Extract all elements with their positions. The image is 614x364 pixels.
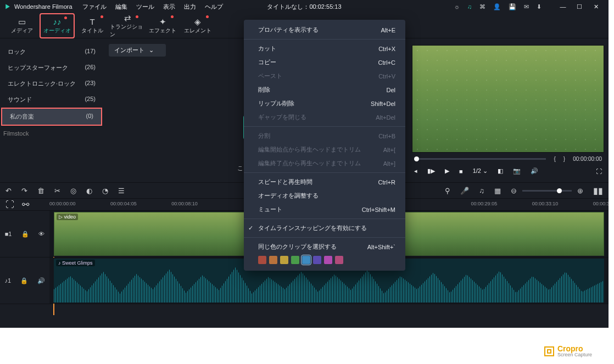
mail-icon[interactable]: ✉ bbox=[524, 3, 529, 10]
clip-label: ▷ video bbox=[57, 214, 78, 220]
brace-left: { bbox=[554, 156, 555, 162]
cat-hipster[interactable]: ヒップスターフォーク(26) bbox=[0, 60, 103, 76]
color-swatch[interactable] bbox=[291, 256, 299, 264]
menu-export[interactable]: 出力 bbox=[184, 3, 196, 11]
lock-icon[interactable]: 🔒 bbox=[21, 231, 29, 238]
color-icon[interactable]: ◐ bbox=[86, 187, 92, 195]
close-button[interactable]: ✕ bbox=[588, 3, 604, 10]
visible-icon[interactable]: 👁 bbox=[38, 231, 44, 237]
download-icon[interactable]: ⬇ bbox=[537, 3, 542, 10]
ruler-link-icon[interactable]: ⛶ bbox=[5, 200, 14, 210]
preview-viewport[interactable] bbox=[412, 45, 604, 153]
thumbnail-icon[interactable]: ▮▮ bbox=[593, 186, 603, 196]
volume-icon[interactable]: 🔊 bbox=[531, 167, 538, 175]
color-swatch[interactable] bbox=[302, 256, 310, 264]
ctx-audio-adjust[interactable]: オーディオを調整する bbox=[244, 189, 405, 203]
music-icon[interactable]: ♫ bbox=[479, 187, 484, 195]
ctx-trim-end: 編集終了点から再生ヘッドまでトリムAlt+] bbox=[244, 156, 405, 170]
play-icon[interactable]: ▶ bbox=[445, 167, 449, 175]
ctx-snap[interactable]: ✓タイムラインスナッピングを有効にする bbox=[244, 221, 405, 235]
ctx-cut[interactable]: カットCtrl+X bbox=[244, 42, 405, 55]
context-menu: プロパティを表示するAlt+E カットCtrl+X コピーCtrl+C ペースト… bbox=[244, 20, 405, 271]
zoom-control: ⊖ ⊕ bbox=[511, 187, 583, 195]
ctx-speed[interactable]: スピードと再生時間Ctrl+R bbox=[244, 175, 405, 189]
lock-icon[interactable]: 🔒 bbox=[20, 277, 28, 284]
ctx-delete[interactable]: 削除Del bbox=[244, 83, 405, 97]
cat-elecrock[interactable]: エレクトロニック·ロック(23) bbox=[0, 76, 103, 92]
fullscreen-icon[interactable]: ⛶ bbox=[596, 168, 602, 175]
cropro-logo-icon bbox=[544, 346, 554, 356]
color-swatch[interactable] bbox=[324, 256, 332, 264]
titlebar-right: ☼ ♫ ⌘ 👤 💾 ✉ ⬇ — ☐ ✕ bbox=[454, 3, 604, 10]
cat-sound[interactable]: サウンド(25) bbox=[0, 92, 103, 108]
tick: 00:00:29:05 bbox=[471, 201, 498, 206]
project-title: タイトルなし：00:02:55:13 bbox=[267, 3, 341, 11]
ruler-chain-icon[interactable]: ⚯ bbox=[22, 199, 29, 210]
ctx-paste: ペーストCtrl+V bbox=[244, 69, 405, 83]
tab-media[interactable]: ▭メディア bbox=[4, 13, 40, 38]
brightness-icon[interactable]: ☼ bbox=[454, 3, 460, 10]
cat-my-music[interactable]: 私の音楽(0) bbox=[1, 108, 102, 126]
preview-ratio[interactable]: 1/2 ⌄ bbox=[473, 167, 488, 175]
menu-tool[interactable]: ツール bbox=[136, 3, 154, 11]
gift-icon[interactable]: ⌘ bbox=[479, 3, 485, 10]
tab-effect[interactable]: ✦エフェクト bbox=[145, 13, 180, 38]
color-swatch[interactable] bbox=[269, 256, 277, 264]
prev-frame-icon[interactable]: ◂ bbox=[414, 167, 417, 175]
tick: 00:00:37:15 bbox=[593, 201, 609, 206]
zoom-slider[interactable] bbox=[522, 190, 572, 192]
watermark-sub: Screen Capture bbox=[557, 352, 592, 357]
settings-icon[interactable]: ☰ bbox=[118, 187, 125, 195]
filmstock-label[interactable]: Filmstock bbox=[0, 126, 103, 137]
time-icon[interactable]: ◔ bbox=[102, 187, 108, 195]
save-icon[interactable]: 💾 bbox=[509, 3, 516, 10]
ctx-ripple-delete[interactable]: リップル削除Shift+Del bbox=[244, 97, 405, 110]
track-label: ♪1 bbox=[4, 277, 11, 284]
tab-transition[interactable]: ⇄トランジション bbox=[110, 13, 145, 38]
color-swatch[interactable] bbox=[313, 256, 321, 264]
minimize-button[interactable]: — bbox=[555, 3, 571, 10]
preview-slider[interactable] bbox=[414, 158, 546, 160]
menu-file[interactable]: ファイル bbox=[82, 3, 107, 11]
ctx-props[interactable]: プロパティを表示するAlt+E bbox=[244, 23, 405, 37]
import-button[interactable]: インポート⌄ bbox=[109, 44, 166, 57]
ctx-mute[interactable]: ミュートCtrl+Shift+M bbox=[244, 203, 405, 216]
headphones-icon[interactable]: ♫ bbox=[467, 3, 472, 10]
menu-view[interactable]: 表示 bbox=[163, 3, 175, 11]
color-swatch[interactable] bbox=[258, 256, 266, 264]
mic-icon[interactable]: 🎤 bbox=[460, 187, 469, 195]
tab-audio[interactable]: ♪♪オーディオ bbox=[40, 13, 75, 38]
stop-icon[interactable]: ■ bbox=[459, 168, 463, 175]
menu-edit[interactable]: 編集 bbox=[115, 3, 127, 11]
maximize-button[interactable]: ☐ bbox=[571, 3, 588, 10]
tick: 00:00:00:00 bbox=[49, 201, 76, 206]
color-swatch[interactable] bbox=[280, 256, 288, 264]
account-icon[interactable]: 👤 bbox=[493, 3, 501, 10]
tab-title[interactable]: Tタイトル bbox=[75, 13, 110, 38]
ctx-copy[interactable]: コピーCtrl+C bbox=[244, 55, 405, 69]
zoom-out-icon[interactable]: ⊖ bbox=[511, 187, 517, 195]
zoom-in-icon[interactable]: ⊕ bbox=[577, 187, 583, 195]
color-swatch[interactable] bbox=[335, 256, 343, 264]
brace-right: } bbox=[563, 156, 565, 162]
eye-icon[interactable]: ◎ bbox=[70, 187, 76, 195]
mute-icon[interactable]: 🔊 bbox=[37, 277, 45, 284]
snapshot-icon[interactable]: 📷 bbox=[513, 167, 521, 175]
redo-icon[interactable]: ↷ bbox=[21, 187, 27, 195]
cut-icon[interactable]: ✂ bbox=[54, 187, 60, 195]
clip-label: ♪ Sweet Glimps bbox=[56, 260, 95, 266]
undo-icon[interactable]: ↶ bbox=[5, 187, 12, 195]
delete-icon[interactable]: 🗑 bbox=[37, 187, 44, 195]
marker-icon[interactable]: ⚲ bbox=[445, 187, 450, 195]
film-icon[interactable]: ▦ bbox=[494, 187, 501, 195]
chevron-down-icon: ⌄ bbox=[149, 47, 154, 54]
preview-scrubber: { } 00:00:00:00 bbox=[408, 153, 609, 165]
quality-icon[interactable]: ◧ bbox=[498, 167, 503, 175]
cat-rock[interactable]: ロック(17) bbox=[0, 44, 103, 60]
tab-element[interactable]: ◈エレメント bbox=[180, 13, 215, 38]
play-back-icon[interactable]: ▮▶ bbox=[427, 167, 435, 175]
ctx-color-select[interactable]: 同じ色のクリップを選択するAlt+Shift+` bbox=[244, 240, 405, 254]
menu-help[interactable]: ヘルプ bbox=[205, 3, 223, 11]
main-menu: ファイル 編集 ツール 表示 出力 ヘルプ bbox=[82, 3, 223, 11]
watermark-title: Cropro bbox=[557, 345, 592, 352]
